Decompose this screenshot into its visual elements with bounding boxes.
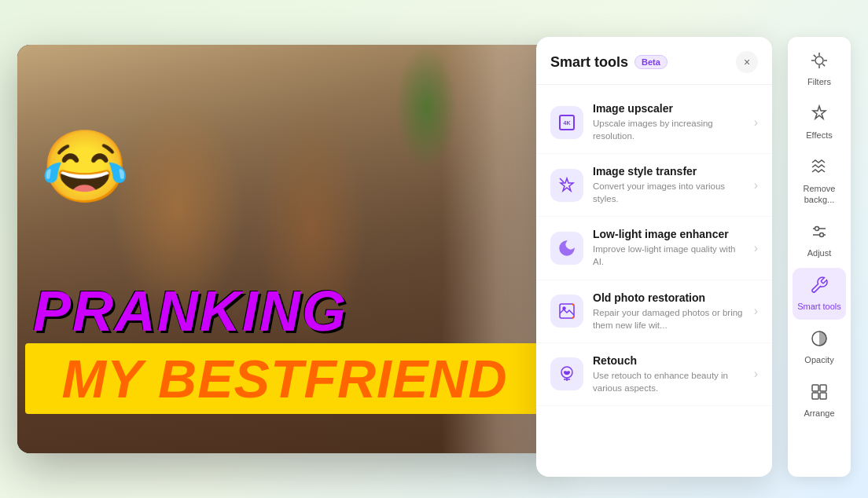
adjust-icon — [810, 222, 829, 244]
tool-chevron-retouch: › — [754, 367, 758, 381]
sidebar-item-adjust[interactable]: Adjust — [793, 214, 846, 266]
tool-desc-old-photo-restoration: Repair your damaged photos or bring them… — [593, 306, 748, 331]
tool-info-retouch: RetouchUse retouch to enhance beauty in … — [593, 354, 748, 394]
svg-rect-17 — [820, 385, 826, 391]
tool-icon-image-upscaler: 4K — [550, 106, 583, 139]
sidebar-label-remove-bg: Remove backg... — [797, 184, 841, 204]
svg-rect-19 — [820, 393, 826, 399]
sidebar-label-effects: Effects — [806, 130, 832, 141]
beta-badge: Beta — [634, 55, 668, 69]
tools-list: 4K Image upscalerUpscale images by incre… — [536, 85, 772, 477]
tool-name-old-photo-restoration: Old photo restoration — [593, 291, 748, 304]
canvas-area: 😂 PRANKING MY BESTFRIEND — [17, 45, 552, 453]
tool-chevron-old-photo-restoration: › — [754, 304, 758, 318]
sidebar-item-remove-bg[interactable]: Remove backg... — [793, 150, 846, 212]
panel-title-row: Smart tools Beta — [550, 54, 668, 71]
tool-icon-old-photo-restoration — [550, 295, 583, 328]
tool-chevron-image-upscaler: › — [754, 115, 758, 130]
tool-chevron-image-style-transfer: › — [754, 178, 758, 192]
right-sidebar: Filters Effects Remove backg... Adjust S… — [788, 37, 851, 477]
tool-desc-low-light-enhancer: Improve low-light image quality with AI. — [593, 243, 748, 268]
svg-line-9 — [814, 55, 816, 57]
svg-point-13 — [815, 226, 819, 230]
tool-name-low-light-enhancer: Low-light image enhancer — [593, 228, 748, 240]
close-button[interactable]: × — [736, 51, 758, 73]
tool-info-old-photo-restoration: Old photo restorationRepair your damaged… — [593, 291, 748, 331]
sidebar-label-adjust: Adjust — [807, 248, 832, 258]
tool-icon-retouch — [550, 357, 583, 390]
sidebar-item-effects[interactable]: Effects — [793, 97, 846, 148]
sidebar-item-filters[interactable]: Filters — [793, 43, 846, 95]
tool-item-low-light-enhancer[interactable]: Low-light image enhancerImprove low-ligh… — [536, 217, 772, 280]
tool-info-low-light-enhancer: Low-light image enhancerImprove low-ligh… — [593, 228, 748, 268]
arrange-icon — [810, 383, 829, 405]
tool-desc-image-style-transfer: Convert your images into various styles. — [593, 180, 748, 205]
tool-item-image-style-transfer[interactable]: Image style transferConvert your images … — [536, 154, 772, 217]
sidebar-label-smart-tools: Smart tools — [797, 302, 841, 312]
sidebar-label-opacity: Opacity — [804, 355, 833, 365]
svg-line-10 — [822, 64, 825, 66]
main-container: 😂 PRANKING MY BESTFRIEND Smart tools Bet… — [17, 21, 851, 477]
tool-item-old-photo-restoration[interactable]: Old photo restorationRepair your damaged… — [536, 280, 772, 343]
tool-desc-image-upscaler: Upscale images by increasing resolution. — [593, 117, 748, 142]
plant-decoration — [395, 45, 458, 170]
sidebar-item-smart-tools[interactable]: Smart tools — [793, 268, 846, 320]
tool-name-retouch: Retouch — [593, 354, 748, 367]
smart-tools-panel: Smart tools Beta × 4K Image upscalerUpsc… — [536, 37, 772, 477]
tool-icon-image-style-transfer — [550, 169, 583, 202]
tool-name-image-upscaler: Image upscaler — [593, 102, 748, 115]
tool-name-image-style-transfer: Image style transfer — [593, 165, 748, 178]
sidebar-item-opacity[interactable]: Opacity — [793, 321, 846, 373]
remove-bg-icon — [810, 158, 829, 180]
tool-item-retouch[interactable]: RetouchUse retouch to enhance beauty in … — [536, 343, 772, 406]
opacity-icon — [810, 329, 829, 351]
svg-rect-18 — [812, 393, 818, 399]
svg-point-4 — [815, 57, 823, 64]
panel-title: Smart tools — [550, 54, 628, 71]
tool-chevron-low-light-enhancer: › — [754, 241, 758, 255]
effects-icon — [810, 104, 829, 126]
sidebar-item-arrange[interactable]: Arrange — [793, 375, 846, 427]
sidebar-label-arrange: Arrange — [804, 408, 834, 419]
filters-icon — [810, 51, 829, 73]
panel-header: Smart tools Beta × — [536, 37, 772, 85]
canvas-text-bottom[interactable]: MY BESTFRIEND — [25, 343, 544, 414]
svg-text:4K: 4K — [564, 120, 571, 126]
emoji-sticker[interactable]: 😂 — [41, 123, 127, 210]
tool-item-image-upscaler[interactable]: 4K Image upscalerUpscale images by incre… — [536, 91, 772, 154]
smart-tools-icon — [810, 276, 829, 298]
tool-icon-low-light-enhancer — [550, 232, 583, 265]
canvas-text-top[interactable]: PRANKING — [33, 279, 348, 343]
tool-info-image-upscaler: Image upscalerUpscale images by increasi… — [593, 102, 748, 142]
tool-desc-retouch: Use retouch to enhance beauty in various… — [593, 369, 748, 394]
svg-rect-16 — [812, 385, 818, 391]
svg-point-14 — [820, 233, 824, 236]
tool-info-image-style-transfer: Image style transferConvert your images … — [593, 165, 748, 205]
sidebar-label-filters: Filters — [807, 77, 831, 87]
